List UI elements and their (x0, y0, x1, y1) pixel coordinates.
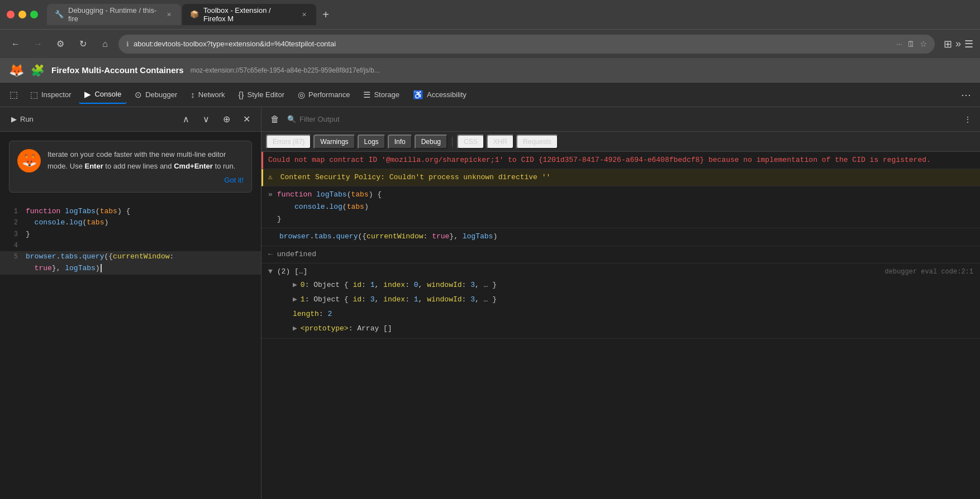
code-line-5: 5 browser.tabs.query({currentWindow: (0, 251, 261, 263)
settings-button[interactable]: ⚙ (51, 35, 69, 53)
filter-xhr-button[interactable]: XHR (487, 135, 514, 149)
filter-warnings-button[interactable]: Warnings (313, 135, 355, 149)
array-item-0: ▶ 0: Object { id: 1, index: 0, windowId:… (268, 278, 973, 292)
code-line-2: 2 console.log(tabs) (0, 217, 261, 229)
performance-icon: ◎ (298, 90, 305, 100)
pocket-icon[interactable]: 🗓 (907, 39, 915, 49)
filter-divider (452, 137, 453, 147)
prototype-expand[interactable]: ▶ (293, 323, 297, 335)
title-bar: 🔧 Debugging - Runtime / this-fire ✕ 📦 To… (0, 0, 980, 29)
accessibility-label: Accessibility (427, 90, 467, 99)
warning-icon: ⚠ (268, 173, 273, 181)
run-button[interactable]: ▶ Run (7, 113, 38, 126)
search-button[interactable]: ⊕ (218, 112, 234, 127)
code-editor[interactable]: 1 function logTabs(tabs) { 2 console.log… (0, 201, 261, 499)
tool-debugger[interactable]: ⊙ Debugger (129, 87, 183, 103)
console-output-undefined: ← undefined (261, 246, 980, 263)
tool-accessibility[interactable]: ♿ Accessibility (407, 87, 472, 103)
hint-text: Iterate on your code faster with the new… (47, 149, 244, 172)
back-button[interactable]: ← (7, 35, 25, 53)
got-it-button[interactable]: Got it! (47, 176, 244, 184)
address-text: about:devtools-toolbox?type=extension&id… (134, 40, 892, 48)
array-prototype: ▶ <prototype>: Array [] (268, 322, 973, 336)
console-warning-msg: ⚠ Content Security Policy: Couldn't proc… (261, 169, 980, 186)
nav-right-icons: ⊞ » ☰ (944, 38, 973, 50)
close-editor-button[interactable]: ✕ (239, 112, 254, 127)
array-expand-arrow[interactable]: ▼ (268, 266, 273, 278)
more-options-icon[interactable]: ··· (896, 40, 902, 48)
network-icon: ↕ (191, 90, 195, 99)
item-0-expand[interactable]: ▶ (293, 279, 297, 291)
item-1-expand[interactable]: ▶ (293, 294, 297, 306)
storage-label: Storage (374, 90, 399, 99)
filter-input[interactable] (299, 115, 957, 123)
navigation-bar: ← → ⚙ ↻ ⌂ ℹ about:devtools-toolbox?type=… (0, 29, 980, 58)
filter-requests-button[interactable]: Requests (516, 135, 558, 149)
array-length: length: 2 (268, 307, 973, 322)
output-undefined: undefined (277, 248, 316, 261)
console-settings-button[interactable]: ⋮ (960, 112, 976, 127)
fox-avatar: 🦊 (17, 149, 41, 172)
code-line-5b: true}, logTabs) (0, 263, 261, 275)
tool-console[interactable]: ▶ Console (79, 86, 127, 104)
console-array-result: ▼ (2) […] debugger eval code:2:1 ▶ 0: Ob… (261, 263, 980, 339)
tab-debugging-close[interactable]: ✕ (165, 10, 173, 19)
warning-text: Content Security Policy: Couldn't proces… (280, 173, 551, 181)
console-toolbar: 🗑 🔍 ⋮ (261, 107, 980, 132)
new-tab-button[interactable]: + (317, 6, 334, 23)
synced-tabs-icon[interactable]: ⊞ (944, 38, 952, 50)
maximize-button[interactable] (30, 11, 38, 18)
debugger-ref: debugger eval code:2:1 (885, 266, 973, 277)
devtools-toolbar: ⬚ ⬚ Inspector ▶ Console ⊙ Debugger ↕ Net… (0, 83, 980, 107)
storage-icon: ☰ (363, 90, 370, 100)
editor-hint: 🦊 Iterate on your code faster with the n… (9, 141, 252, 193)
browser-tabs: 🔧 Debugging - Runtime / this-fire ✕ 📦 To… (47, 4, 973, 25)
output-arrow: ← (268, 248, 273, 261)
editor-toolbar: ▶ Run ∧ ∨ ⊕ ✕ (0, 107, 261, 132)
tab-toolbox[interactable]: 📦 Toolbox - Extension / Firefox M ✕ (182, 4, 316, 25)
tool-style-editor[interactable]: {} Style Editor (232, 87, 290, 103)
tool-network[interactable]: ↕ Network (185, 87, 230, 103)
hamburger-icon[interactable]: ☰ (964, 38, 973, 50)
input-arrow: » (268, 189, 273, 201)
console-label: Console (94, 90, 121, 98)
console-input-query: browser.tabs.query({currentWindow: true}… (261, 228, 980, 246)
clear-console-button[interactable]: 🗑 (266, 111, 284, 128)
inspector-icon: ⬚ (30, 90, 38, 100)
filter-logs-button[interactable]: Logs (358, 135, 386, 149)
tab-debugging[interactable]: 🔧 Debugging - Runtime / this-fire ✕ (47, 4, 181, 25)
console-panel: 🗑 🔍 ⋮ Errors (87) Warnings Logs Info Deb… (261, 107, 980, 499)
tool-inspector[interactable]: ⬚ Inspector (25, 87, 77, 103)
array-item-1: ▶ 1: Object { id: 3, index: 1, windowId:… (268, 292, 973, 307)
filter-css-button[interactable]: CSS (457, 135, 484, 149)
filter-errors-button[interactable]: Errors (87) (266, 135, 311, 149)
forward-button[interactable]: → (29, 35, 47, 53)
tool-storage[interactable]: ☰ Storage (358, 87, 405, 103)
filter-debug-button[interactable]: Debug (415, 135, 448, 149)
close-button[interactable] (7, 11, 15, 18)
refresh-button[interactable]: ↻ (74, 35, 92, 53)
code-line-1: 1 function logTabs(tabs) { (0, 206, 261, 218)
tab-toolbox-icon: 📦 (190, 10, 199, 19)
console-output[interactable]: Could not map contract ID '@mozilla.org/… (261, 152, 980, 499)
debugger-label: Debugger (145, 90, 177, 99)
input-code-function: function logTabs(tabs) { console.log(tab… (277, 189, 382, 225)
bookmark-icon[interactable]: ☆ (920, 39, 927, 49)
scroll-down-button[interactable]: ∨ (198, 112, 214, 127)
more-tools-button[interactable]: ⋯ (957, 87, 976, 103)
tab-toolbox-close[interactable]: ✕ (301, 10, 308, 19)
filter-info-button[interactable]: Info (388, 135, 412, 149)
input-code-query: browser.tabs.query({currentWindow: true}… (279, 231, 497, 243)
more-nav-icon[interactable]: » (955, 38, 961, 50)
element-picker-button[interactable]: ⬚ (4, 86, 22, 104)
extension-url: moz-extension://57c65efe-1954-a84e-b225-… (191, 66, 971, 74)
tool-performance[interactable]: ◎ Performance (292, 87, 355, 103)
debugger-icon: ⊙ (135, 90, 142, 100)
scroll-up-button[interactable]: ∧ (178, 112, 194, 127)
home-button[interactable]: ⌂ (96, 35, 114, 53)
minimize-button[interactable] (18, 11, 26, 18)
code-line-3: 3 } (0, 229, 261, 241)
address-bar[interactable]: ℹ about:devtools-toolbox?type=extension&… (118, 35, 935, 54)
security-icon: ℹ (126, 40, 129, 48)
editor-toolbar-right: ∧ ∨ ⊕ ✕ (178, 112, 254, 127)
